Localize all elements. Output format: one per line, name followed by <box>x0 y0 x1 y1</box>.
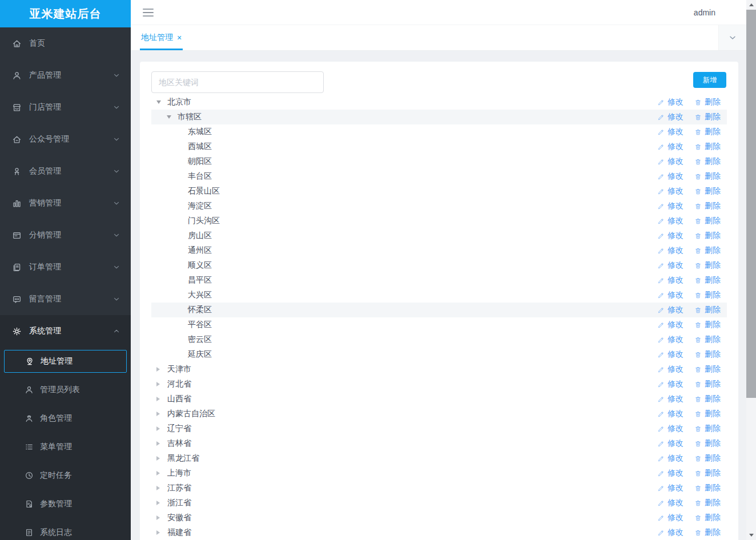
edit-link[interactable]: 修改 <box>657 305 683 315</box>
collapse-arrow-icon[interactable] <box>156 100 167 104</box>
tree-row[interactable]: 朝阳区修改删除 <box>151 154 727 169</box>
edit-link[interactable]: 修改 <box>657 320 683 330</box>
sidebar-item-home[interactable]: 首页 <box>0 27 131 59</box>
tree-row[interactable]: 浙江省修改删除 <box>151 495 727 510</box>
user-name[interactable]: admin <box>694 8 715 17</box>
tree-row[interactable]: 昌平区修改删除 <box>151 273 727 288</box>
tree-row[interactable]: 密云区修改删除 <box>151 332 727 347</box>
edit-link[interactable]: 修改 <box>657 245 683 256</box>
edit-link[interactable]: 修改 <box>657 275 683 285</box>
tree-row[interactable]: 江苏省修改删除 <box>151 481 727 495</box>
delete-link[interactable]: 删除 <box>694 394 721 404</box>
delete-link[interactable]: 删除 <box>694 305 721 315</box>
tree-row[interactable]: 平谷区修改删除 <box>151 317 727 332</box>
edit-link[interactable]: 修改 <box>657 498 683 508</box>
sidebar-subitem-address[interactable]: 地址管理 <box>4 350 127 373</box>
sidebar-subitem-cron[interactable]: 定时任务 <box>0 461 131 490</box>
delete-link[interactable]: 删除 <box>694 483 721 493</box>
delete-link[interactable]: 删除 <box>694 513 721 523</box>
tree-row[interactable]: 内蒙古自治区修改删除 <box>151 406 727 421</box>
edit-link[interactable]: 修改 <box>657 527 683 538</box>
tree-row[interactable]: 石景山区修改删除 <box>151 184 727 199</box>
delete-link[interactable]: 删除 <box>694 438 721 449</box>
tree-row[interactable]: 房山区修改删除 <box>151 228 727 243</box>
tree-row[interactable]: 海淀区修改删除 <box>151 199 727 213</box>
delete-link[interactable]: 删除 <box>694 290 721 300</box>
tree-row[interactable]: 安徽省修改删除 <box>151 510 727 525</box>
expand-arrow-icon[interactable] <box>156 456 167 461</box>
tree-row[interactable]: 通州区修改删除 <box>151 243 727 258</box>
expand-arrow-icon[interactable] <box>156 397 167 401</box>
delete-link[interactable]: 删除 <box>694 468 721 478</box>
edit-link[interactable]: 修改 <box>657 409 683 419</box>
edit-link[interactable]: 修改 <box>657 483 683 493</box>
edit-link[interactable]: 修改 <box>657 349 683 360</box>
sidebar-item-official[interactable]: 公众号管理 <box>0 123 131 155</box>
tree-row[interactable]: 西城区修改删除 <box>151 139 727 154</box>
expand-arrow-icon[interactable] <box>156 441 167 446</box>
delete-link[interactable]: 删除 <box>694 379 721 389</box>
delete-link[interactable]: 删除 <box>694 453 721 464</box>
sidebar-item-marketing[interactable]: 营销管理 <box>0 187 131 219</box>
expand-arrow-icon[interactable] <box>156 501 167 505</box>
edit-link[interactable]: 修改 <box>657 424 683 434</box>
collapse-arrow-icon[interactable] <box>167 115 178 119</box>
edit-link[interactable]: 修改 <box>657 438 683 449</box>
expand-arrow-icon[interactable] <box>156 486 167 490</box>
delete-link[interactable]: 删除 <box>694 245 721 256</box>
sidebar-subitem-menu[interactable]: 菜单管理 <box>0 433 131 461</box>
sidebar-item-message[interactable]: 留言管理 <box>0 283 131 315</box>
expand-arrow-icon[interactable] <box>156 515 167 520</box>
sidebar-item-store[interactable]: 门店管理 <box>0 91 131 123</box>
sidebar-subitem-params[interactable]: 参数管理 <box>0 490 131 518</box>
tree-row[interactable]: 延庆区修改删除 <box>151 347 727 362</box>
delete-link[interactable]: 删除 <box>694 112 721 122</box>
edit-link[interactable]: 修改 <box>657 156 683 167</box>
sidebar-item-order[interactable]: 订单管理 <box>0 251 131 283</box>
expand-arrow-icon[interactable] <box>156 382 167 386</box>
tree-row[interactable]: 大兴区修改删除 <box>151 288 727 303</box>
tab-address-management[interactable]: 地址管理 × <box>140 25 183 50</box>
edit-link[interactable]: 修改 <box>657 112 683 122</box>
tree-row[interactable]: 黑龙江省修改删除 <box>151 451 727 466</box>
tree-row[interactable]: 天津市修改删除 <box>151 362 727 377</box>
edit-link[interactable]: 修改 <box>657 453 683 464</box>
expand-arrow-icon[interactable] <box>156 426 167 431</box>
delete-link[interactable]: 删除 <box>694 186 721 196</box>
edit-link[interactable]: 修改 <box>657 513 683 523</box>
edit-link[interactable]: 修改 <box>657 127 683 137</box>
edit-link[interactable]: 修改 <box>657 142 683 152</box>
delete-link[interactable]: 删除 <box>694 260 721 271</box>
edit-link[interactable]: 修改 <box>657 231 683 241</box>
tree-row[interactable]: 东城区修改删除 <box>151 124 727 139</box>
tree-row[interactable]: 上海市修改删除 <box>151 466 727 481</box>
sidebar-item-system[interactable]: 系统管理 <box>0 315 131 347</box>
edit-link[interactable]: 修改 <box>657 364 683 374</box>
delete-link[interactable]: 删除 <box>694 527 721 538</box>
tree-row[interactable]: 河北省修改删除 <box>151 377 727 392</box>
scrollbar-thumb[interactable] <box>746 10 756 398</box>
tree-row[interactable]: 丰台区修改删除 <box>151 169 727 184</box>
edit-link[interactable]: 修改 <box>657 394 683 404</box>
edit-link[interactable]: 修改 <box>657 468 683 478</box>
tree-row[interactable]: 顺义区修改删除 <box>151 258 727 273</box>
tree-row[interactable]: 福建省修改删除 <box>151 525 727 540</box>
sidebar-item-product[interactable]: 产品管理 <box>0 59 131 91</box>
hamburger-menu-icon[interactable] <box>143 9 154 17</box>
tree-row[interactable]: 市辖区修改删除 <box>151 110 727 124</box>
edit-link[interactable]: 修改 <box>657 201 683 211</box>
sidebar-subitem-logs[interactable]: 系统日志 <box>0 518 131 540</box>
delete-link[interactable]: 删除 <box>694 320 721 330</box>
delete-link[interactable]: 删除 <box>694 275 721 285</box>
delete-link[interactable]: 删除 <box>694 424 721 434</box>
delete-link[interactable]: 删除 <box>694 349 721 360</box>
expand-arrow-icon[interactable] <box>156 530 167 535</box>
delete-link[interactable]: 删除 <box>694 201 721 211</box>
sidebar-item-distribution[interactable]: 分销管理 <box>0 219 131 251</box>
scroll-up-arrow[interactable] <box>746 0 756 10</box>
edit-link[interactable]: 修改 <box>657 335 683 345</box>
tab-list-dropdown-button[interactable] <box>718 25 746 50</box>
edit-link[interactable]: 修改 <box>657 186 683 196</box>
delete-link[interactable]: 删除 <box>694 127 721 137</box>
delete-link[interactable]: 删除 <box>694 156 721 167</box>
